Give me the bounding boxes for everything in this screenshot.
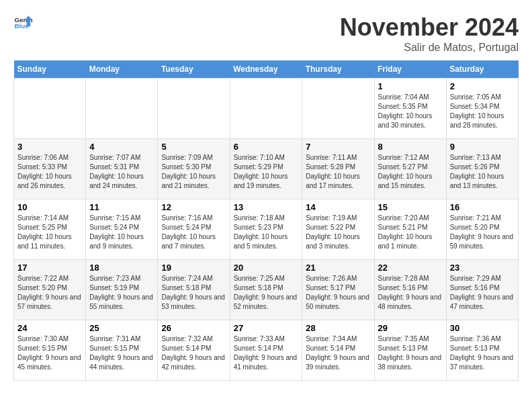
day-number: 27 xyxy=(234,323,299,333)
calendar-day-cell: 18Sunrise: 7:23 AM Sunset: 5:19 PM Dayli… xyxy=(86,260,158,320)
day-info: Sunrise: 7:33 AM Sunset: 5:14 PM Dayligh… xyxy=(234,334,299,372)
calendar-day-cell: 7Sunrise: 7:11 AM Sunset: 5:28 PM Daylig… xyxy=(302,139,374,199)
day-number: 9 xyxy=(450,142,515,152)
day-info: Sunrise: 7:31 AM Sunset: 5:15 PM Dayligh… xyxy=(89,334,154,372)
calendar-day-cell: 4Sunrise: 7:07 AM Sunset: 5:31 PM Daylig… xyxy=(86,139,158,199)
day-info: Sunrise: 7:36 AM Sunset: 5:13 PM Dayligh… xyxy=(450,334,515,372)
day-info: Sunrise: 7:05 AM Sunset: 5:34 PM Dayligh… xyxy=(450,93,515,130)
calendar-day-cell: 12Sunrise: 7:16 AM Sunset: 5:24 PM Dayli… xyxy=(158,199,230,260)
weekday-header-cell: Tuesday xyxy=(158,60,230,79)
weekday-header-cell: Monday xyxy=(86,60,158,79)
day-info: Sunrise: 7:18 AM Sunset: 5:23 PM Dayligh… xyxy=(234,214,299,251)
day-info: Sunrise: 7:07 AM Sunset: 5:31 PM Dayligh… xyxy=(89,153,154,191)
weekday-header-cell: Sunday xyxy=(14,60,86,79)
calendar-day-cell: 9Sunrise: 7:13 AM Sunset: 5:26 PM Daylig… xyxy=(446,139,518,199)
title-section: November 2024 Salir de Matos, Portugal xyxy=(340,13,519,54)
calendar-week-row: 17Sunrise: 7:22 AM Sunset: 5:20 PM Dayli… xyxy=(14,260,519,320)
calendar-day-cell: 1Sunrise: 7:04 AM Sunset: 5:35 PM Daylig… xyxy=(374,79,446,139)
calendar-day-cell: 25Sunrise: 7:31 AM Sunset: 5:15 PM Dayli… xyxy=(86,320,158,381)
day-number: 17 xyxy=(17,263,82,273)
calendar-day-cell: 26Sunrise: 7:32 AM Sunset: 5:14 PM Dayli… xyxy=(158,320,230,381)
day-info: Sunrise: 7:35 AM Sunset: 5:13 PM Dayligh… xyxy=(378,334,443,372)
calendar-day-cell: 20Sunrise: 7:25 AM Sunset: 5:18 PM Dayli… xyxy=(230,260,302,320)
day-info: Sunrise: 7:25 AM Sunset: 5:18 PM Dayligh… xyxy=(234,274,299,312)
weekday-header-cell: Saturday xyxy=(446,60,518,79)
calendar-day-cell: 19Sunrise: 7:24 AM Sunset: 5:18 PM Dayli… xyxy=(158,260,230,320)
day-number: 23 xyxy=(450,263,515,273)
day-info: Sunrise: 7:22 AM Sunset: 5:20 PM Dayligh… xyxy=(17,274,82,312)
day-number: 14 xyxy=(306,202,370,212)
weekday-header-cell: Wednesday xyxy=(230,60,302,79)
day-number: 15 xyxy=(378,202,443,212)
day-number: 6 xyxy=(234,142,299,152)
day-number: 3 xyxy=(17,142,82,152)
day-number: 29 xyxy=(378,323,443,333)
day-number: 20 xyxy=(234,263,299,273)
day-number: 7 xyxy=(306,142,370,152)
day-info: Sunrise: 7:19 AM Sunset: 5:22 PM Dayligh… xyxy=(306,214,370,251)
calendar-day-cell: 24Sunrise: 7:30 AM Sunset: 5:15 PM Dayli… xyxy=(14,320,86,381)
day-info: Sunrise: 7:28 AM Sunset: 5:16 PM Dayligh… xyxy=(378,274,443,312)
calendar-day-cell: 2Sunrise: 7:05 AM Sunset: 5:34 PM Daylig… xyxy=(446,79,518,139)
day-info: Sunrise: 7:14 AM Sunset: 5:25 PM Dayligh… xyxy=(17,214,82,251)
day-info: Sunrise: 7:29 AM Sunset: 5:16 PM Dayligh… xyxy=(450,274,515,312)
day-number: 2 xyxy=(450,81,515,91)
month-title: November 2024 xyxy=(340,13,519,42)
day-number: 30 xyxy=(450,323,515,333)
day-number: 16 xyxy=(450,202,515,212)
day-number: 22 xyxy=(378,263,443,273)
calendar-day-cell: 21Sunrise: 7:26 AM Sunset: 5:17 PM Dayli… xyxy=(302,260,374,320)
calendar-day-cell: 30Sunrise: 7:36 AM Sunset: 5:13 PM Dayli… xyxy=(446,320,518,381)
page-header: General Blue November 2024 Salir de Mato… xyxy=(13,13,519,54)
calendar-day-cell: 17Sunrise: 7:22 AM Sunset: 5:20 PM Dayli… xyxy=(14,260,86,320)
calendar-day-cell: 14Sunrise: 7:19 AM Sunset: 5:22 PM Dayli… xyxy=(302,199,374,260)
day-info: Sunrise: 7:23 AM Sunset: 5:19 PM Dayligh… xyxy=(89,274,154,312)
calendar-day-cell: 11Sunrise: 7:15 AM Sunset: 5:24 PM Dayli… xyxy=(86,199,158,260)
calendar-day-cell: 16Sunrise: 7:21 AM Sunset: 5:20 PM Dayli… xyxy=(446,199,518,260)
day-info: Sunrise: 7:06 AM Sunset: 5:33 PM Dayligh… xyxy=(17,153,82,191)
calendar-day-cell xyxy=(302,79,374,139)
calendar-day-cell: 28Sunrise: 7:34 AM Sunset: 5:14 PM Dayli… xyxy=(302,320,374,381)
day-info: Sunrise: 7:32 AM Sunset: 5:14 PM Dayligh… xyxy=(161,334,226,372)
logo-icon: General Blue xyxy=(13,13,32,32)
calendar-day-cell: 15Sunrise: 7:20 AM Sunset: 5:21 PM Dayli… xyxy=(374,199,446,260)
day-info: Sunrise: 7:24 AM Sunset: 5:18 PM Dayligh… xyxy=(161,274,226,312)
day-number: 1 xyxy=(378,81,443,91)
day-number: 4 xyxy=(89,142,154,152)
day-number: 5 xyxy=(161,142,226,152)
location-subtitle: Salir de Matos, Portugal xyxy=(340,42,519,54)
calendar-day-cell: 22Sunrise: 7:28 AM Sunset: 5:16 PM Dayli… xyxy=(374,260,446,320)
day-info: Sunrise: 7:04 AM Sunset: 5:35 PM Dayligh… xyxy=(378,93,443,130)
day-info: Sunrise: 7:09 AM Sunset: 5:30 PM Dayligh… xyxy=(161,153,226,191)
calendar-day-cell: 27Sunrise: 7:33 AM Sunset: 5:14 PM Dayli… xyxy=(230,320,302,381)
logo: General Blue xyxy=(13,13,32,32)
calendar-day-cell: 8Sunrise: 7:12 AM Sunset: 5:27 PM Daylig… xyxy=(374,139,446,199)
calendar-day-cell: 23Sunrise: 7:29 AM Sunset: 5:16 PM Dayli… xyxy=(446,260,518,320)
calendar-week-row: 3Sunrise: 7:06 AM Sunset: 5:33 PM Daylig… xyxy=(14,139,519,199)
day-number: 12 xyxy=(161,202,226,212)
calendar-table: SundayMondayTuesdayWednesdayThursdayFrid… xyxy=(13,60,519,381)
day-number: 13 xyxy=(234,202,299,212)
calendar-day-cell: 3Sunrise: 7:06 AM Sunset: 5:33 PM Daylig… xyxy=(14,139,86,199)
day-number: 24 xyxy=(17,323,82,333)
day-info: Sunrise: 7:20 AM Sunset: 5:21 PM Dayligh… xyxy=(378,214,443,251)
calendar-day-cell xyxy=(230,79,302,139)
day-info: Sunrise: 7:34 AM Sunset: 5:14 PM Dayligh… xyxy=(306,334,370,372)
day-info: Sunrise: 7:30 AM Sunset: 5:15 PM Dayligh… xyxy=(17,334,82,372)
day-info: Sunrise: 7:15 AM Sunset: 5:24 PM Dayligh… xyxy=(89,214,154,251)
weekday-header-cell: Thursday xyxy=(302,60,374,79)
calendar-day-cell: 10Sunrise: 7:14 AM Sunset: 5:25 PM Dayli… xyxy=(14,199,86,260)
day-info: Sunrise: 7:21 AM Sunset: 5:20 PM Dayligh… xyxy=(450,214,515,251)
calendar-day-cell xyxy=(158,79,230,139)
day-number: 19 xyxy=(161,263,226,273)
day-number: 26 xyxy=(161,323,226,333)
day-info: Sunrise: 7:11 AM Sunset: 5:28 PM Dayligh… xyxy=(306,153,370,191)
calendar-day-cell: 5Sunrise: 7:09 AM Sunset: 5:30 PM Daylig… xyxy=(158,139,230,199)
calendar-day-cell: 6Sunrise: 7:10 AM Sunset: 5:29 PM Daylig… xyxy=(230,139,302,199)
calendar-week-row: 10Sunrise: 7:14 AM Sunset: 5:25 PM Dayli… xyxy=(14,199,519,260)
day-number: 28 xyxy=(306,323,370,333)
calendar-week-row: 24Sunrise: 7:30 AM Sunset: 5:15 PM Dayli… xyxy=(14,320,519,381)
calendar-week-row: 1Sunrise: 7:04 AM Sunset: 5:35 PM Daylig… xyxy=(14,79,519,139)
calendar-body: 1Sunrise: 7:04 AM Sunset: 5:35 PM Daylig… xyxy=(14,79,519,381)
day-number: 25 xyxy=(89,323,154,333)
